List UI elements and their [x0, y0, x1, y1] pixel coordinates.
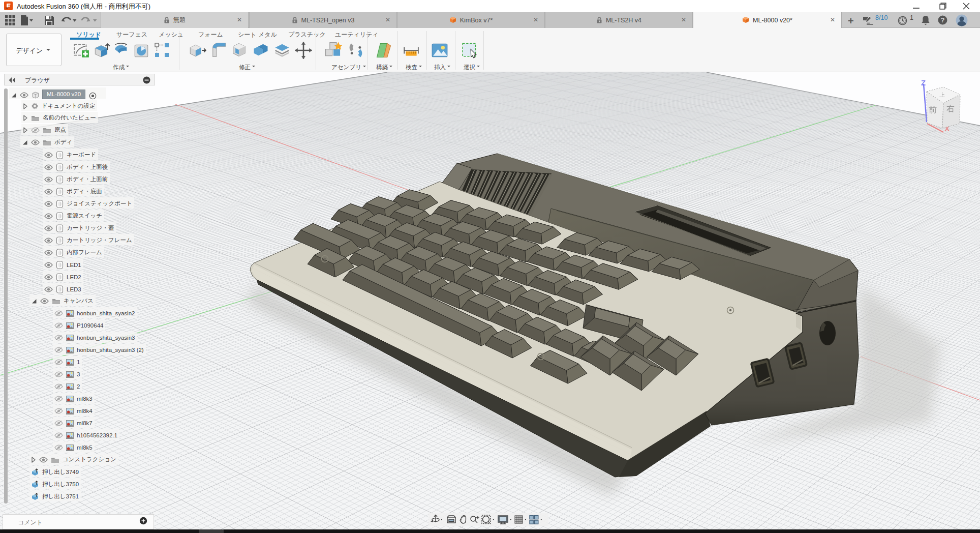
svg-text:右: 右	[946, 104, 955, 113]
svg-text:前: 前	[929, 105, 937, 114]
svg-text:Z: Z	[921, 78, 926, 87]
svg-text:?: ?	[941, 16, 945, 24]
svg-text:上: 上	[939, 92, 945, 98]
